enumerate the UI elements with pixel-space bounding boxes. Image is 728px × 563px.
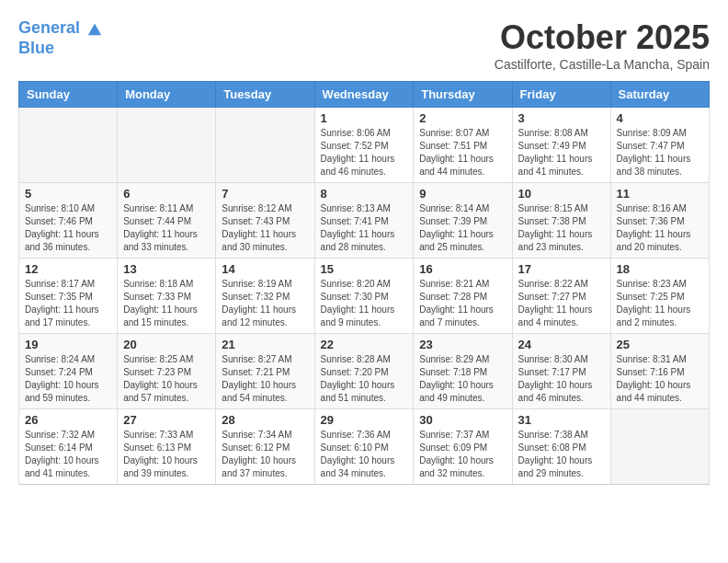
day-number: 15 (321, 262, 408, 276)
day-number: 28 (222, 413, 308, 427)
day-number: 10 (518, 187, 605, 201)
day-number: 7 (222, 187, 308, 201)
calendar-week-row: 19Sunrise: 8:24 AM Sunset: 7:24 PM Dayli… (19, 334, 710, 409)
calendar-cell: 7Sunrise: 8:12 AM Sunset: 7:43 PM Daylig… (216, 183, 314, 259)
day-info: Sunrise: 7:33 AM Sunset: 6:13 PM Dayligh… (123, 429, 210, 480)
calendar-cell: 4Sunrise: 8:09 AM Sunset: 7:47 PM Daylig… (610, 108, 709, 183)
col-header-monday: Monday (118, 82, 216, 108)
day-info: Sunrise: 7:38 AM Sunset: 6:08 PM Dayligh… (518, 429, 605, 480)
calendar-cell: 2Sunrise: 8:07 AM Sunset: 7:51 PM Daylig… (414, 108, 512, 183)
day-number: 12 (25, 262, 111, 276)
day-info: Sunrise: 8:19 AM Sunset: 7:32 PM Dayligh… (222, 278, 308, 329)
day-info: Sunrise: 7:36 AM Sunset: 6:10 PM Dayligh… (321, 429, 408, 480)
day-number: 31 (518, 413, 605, 427)
day-info: Sunrise: 8:23 AM Sunset: 7:25 PM Dayligh… (617, 278, 703, 329)
day-info: Sunrise: 7:34 AM Sunset: 6:12 PM Dayligh… (222, 429, 308, 480)
calendar-cell: 30Sunrise: 7:37 AM Sunset: 6:09 PM Dayli… (414, 409, 512, 485)
calendar-cell: 10Sunrise: 8:15 AM Sunset: 7:38 PM Dayli… (512, 183, 610, 259)
col-header-wednesday: Wednesday (314, 82, 414, 108)
col-header-thursday: Thursday (414, 82, 512, 108)
day-info: Sunrise: 8:14 AM Sunset: 7:39 PM Dayligh… (419, 202, 506, 254)
calendar-cell (610, 409, 709, 485)
day-info: Sunrise: 8:16 AM Sunset: 7:36 PM Dayligh… (617, 202, 703, 254)
col-header-saturday: Saturday (610, 82, 709, 108)
day-info: Sunrise: 8:13 AM Sunset: 7:41 PM Dayligh… (321, 202, 408, 254)
calendar-cell: 26Sunrise: 7:32 AM Sunset: 6:14 PM Dayli… (19, 409, 118, 485)
day-number: 1 (321, 111, 408, 125)
col-header-friday: Friday (512, 82, 610, 108)
logo-text: General (18, 18, 103, 39)
calendar-cell: 13Sunrise: 8:18 AM Sunset: 7:33 PM Dayli… (118, 259, 216, 334)
calendar-cell (216, 108, 314, 183)
calendar-cell: 5Sunrise: 8:10 AM Sunset: 7:46 PM Daylig… (19, 183, 118, 259)
title-area: October 2025 Castilforte, Castille-La Ma… (495, 18, 710, 72)
logo-text2: Blue (18, 39, 103, 59)
calendar-cell: 21Sunrise: 8:27 AM Sunset: 7:21 PM Dayli… (216, 334, 314, 409)
calendar-cell: 14Sunrise: 8:19 AM Sunset: 7:32 PM Dayli… (216, 259, 314, 334)
day-number: 19 (25, 338, 111, 351)
day-info: Sunrise: 8:20 AM Sunset: 7:30 PM Dayligh… (321, 278, 408, 329)
day-info: Sunrise: 8:24 AM Sunset: 7:24 PM Dayligh… (25, 353, 111, 405)
calendar-table: SundayMondayTuesdayWednesdayThursdayFrid… (18, 81, 710, 485)
day-info: Sunrise: 8:27 AM Sunset: 7:21 PM Dayligh… (222, 353, 308, 405)
calendar-cell: 12Sunrise: 8:17 AM Sunset: 7:35 PM Dayli… (19, 259, 118, 334)
day-info: Sunrise: 8:22 AM Sunset: 7:27 PM Dayligh… (518, 278, 605, 329)
calendar-cell: 31Sunrise: 7:38 AM Sunset: 6:08 PM Dayli… (512, 409, 610, 485)
col-header-tuesday: Tuesday (216, 82, 314, 108)
day-info: Sunrise: 8:30 AM Sunset: 7:17 PM Dayligh… (518, 353, 605, 405)
calendar-week-row: 5Sunrise: 8:10 AM Sunset: 7:46 PM Daylig… (19, 183, 710, 259)
logo-icon (86, 20, 103, 37)
calendar-cell: 25Sunrise: 8:31 AM Sunset: 7:16 PM Dayli… (610, 334, 709, 409)
calendar-header-row: SundayMondayTuesdayWednesdayThursdayFrid… (19, 82, 710, 108)
day-number: 29 (321, 413, 408, 427)
day-info: Sunrise: 8:12 AM Sunset: 7:43 PM Dayligh… (222, 202, 308, 254)
calendar-cell: 19Sunrise: 8:24 AM Sunset: 7:24 PM Dayli… (19, 334, 118, 409)
day-info: Sunrise: 8:25 AM Sunset: 7:23 PM Dayligh… (123, 353, 210, 405)
day-info: Sunrise: 8:06 AM Sunset: 7:52 PM Dayligh… (321, 127, 408, 178)
calendar-week-row: 1Sunrise: 8:06 AM Sunset: 7:52 PM Daylig… (19, 108, 710, 183)
day-number: 27 (123, 413, 210, 427)
day-info: Sunrise: 8:31 AM Sunset: 7:16 PM Dayligh… (617, 353, 703, 405)
calendar-cell: 28Sunrise: 7:34 AM Sunset: 6:12 PM Dayli… (216, 409, 314, 485)
calendar-cell: 15Sunrise: 8:20 AM Sunset: 7:30 PM Dayli… (314, 259, 414, 334)
calendar-cell: 11Sunrise: 8:16 AM Sunset: 7:36 PM Dayli… (610, 183, 709, 259)
day-number: 5 (25, 187, 111, 201)
calendar-week-row: 12Sunrise: 8:17 AM Sunset: 7:35 PM Dayli… (19, 259, 710, 334)
day-number: 30 (419, 413, 506, 427)
day-info: Sunrise: 8:29 AM Sunset: 7:18 PM Dayligh… (419, 353, 506, 405)
day-number: 4 (617, 111, 703, 125)
day-info: Sunrise: 8:09 AM Sunset: 7:47 PM Dayligh… (617, 127, 703, 178)
calendar-cell: 27Sunrise: 7:33 AM Sunset: 6:13 PM Dayli… (118, 409, 216, 485)
calendar-cell: 23Sunrise: 8:29 AM Sunset: 7:18 PM Dayli… (414, 334, 512, 409)
day-number: 18 (617, 262, 703, 276)
day-info: Sunrise: 7:37 AM Sunset: 6:09 PM Dayligh… (419, 429, 506, 480)
day-number: 16 (419, 262, 506, 276)
day-number: 3 (518, 111, 605, 125)
day-number: 23 (419, 338, 506, 351)
calendar-week-row: 26Sunrise: 7:32 AM Sunset: 6:14 PM Dayli… (19, 409, 710, 485)
day-info: Sunrise: 8:10 AM Sunset: 7:46 PM Dayligh… (25, 202, 111, 254)
day-number: 14 (222, 262, 308, 276)
calendar-cell (19, 108, 118, 183)
day-info: Sunrise: 8:15 AM Sunset: 7:38 PM Dayligh… (518, 202, 605, 254)
calendar-cell: 8Sunrise: 8:13 AM Sunset: 7:41 PM Daylig… (314, 183, 414, 259)
location: Castilforte, Castille-La Mancha, Spain (495, 57, 710, 72)
calendar-cell: 17Sunrise: 8:22 AM Sunset: 7:27 PM Dayli… (512, 259, 610, 334)
calendar-cell: 1Sunrise: 8:06 AM Sunset: 7:52 PM Daylig… (314, 108, 414, 183)
day-number: 13 (123, 262, 210, 276)
month-title: October 2025 (495, 18, 710, 57)
day-number: 20 (123, 338, 210, 351)
calendar-cell: 29Sunrise: 7:36 AM Sunset: 6:10 PM Dayli… (314, 409, 414, 485)
day-number: 17 (518, 262, 605, 276)
day-info: Sunrise: 8:28 AM Sunset: 7:20 PM Dayligh… (321, 353, 408, 405)
day-info: Sunrise: 7:32 AM Sunset: 6:14 PM Dayligh… (25, 429, 111, 480)
day-number: 25 (617, 338, 703, 351)
col-header-sunday: Sunday (19, 82, 118, 108)
calendar-cell: 6Sunrise: 8:11 AM Sunset: 7:44 PM Daylig… (118, 183, 216, 259)
day-number: 8 (321, 187, 408, 201)
day-number: 11 (617, 187, 703, 201)
day-info: Sunrise: 8:08 AM Sunset: 7:49 PM Dayligh… (518, 127, 605, 178)
calendar-cell: 18Sunrise: 8:23 AM Sunset: 7:25 PM Dayli… (610, 259, 709, 334)
calendar-cell: 20Sunrise: 8:25 AM Sunset: 7:23 PM Dayli… (118, 334, 216, 409)
day-info: Sunrise: 8:21 AM Sunset: 7:28 PM Dayligh… (419, 278, 506, 329)
